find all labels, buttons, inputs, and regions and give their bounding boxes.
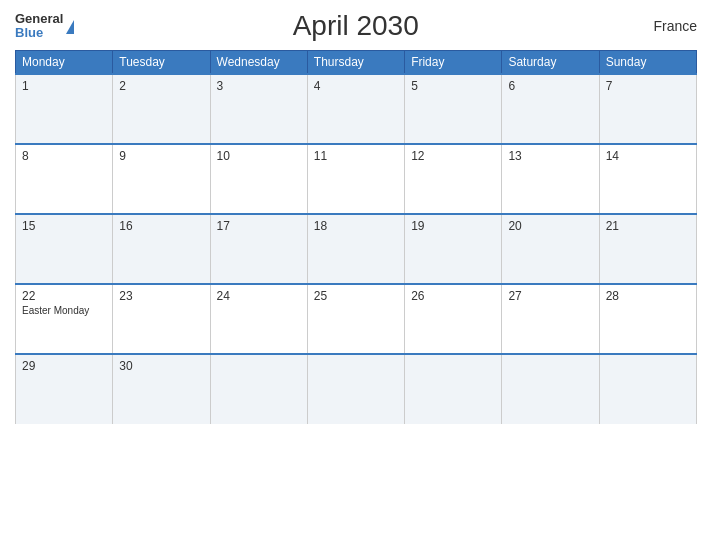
- day-number: 15: [22, 219, 106, 233]
- day-number: 3: [217, 79, 301, 93]
- calendar-header: Monday Tuesday Wednesday Thursday Friday…: [16, 51, 697, 75]
- col-wednesday: Wednesday: [210, 51, 307, 75]
- day-cell: 21: [599, 214, 696, 284]
- week-row-5: 2930: [16, 354, 697, 424]
- logo-blue-text: Blue: [15, 26, 63, 40]
- col-sunday: Sunday: [599, 51, 696, 75]
- calendar-body: 12345678910111213141516171819202122Easte…: [16, 74, 697, 424]
- week-row-4: 22Easter Monday232425262728: [16, 284, 697, 354]
- day-number: 25: [314, 289, 398, 303]
- day-cell: 30: [113, 354, 210, 424]
- day-cell: 3: [210, 74, 307, 144]
- day-cell: 11: [307, 144, 404, 214]
- day-cell: 17: [210, 214, 307, 284]
- day-number: 5: [411, 79, 495, 93]
- day-number: 27: [508, 289, 592, 303]
- day-cell: 4: [307, 74, 404, 144]
- day-cell: 6: [502, 74, 599, 144]
- days-of-week-row: Monday Tuesday Wednesday Thursday Friday…: [16, 51, 697, 75]
- day-cell: 26: [405, 284, 502, 354]
- day-number: 10: [217, 149, 301, 163]
- day-cell: 25: [307, 284, 404, 354]
- day-number: 6: [508, 79, 592, 93]
- day-number: 29: [22, 359, 106, 373]
- day-cell: 29: [16, 354, 113, 424]
- day-cell: [599, 354, 696, 424]
- day-cell: 16: [113, 214, 210, 284]
- calendar-page: General Blue April 2030 France Monday Tu…: [0, 0, 712, 550]
- day-cell: 15: [16, 214, 113, 284]
- col-monday: Monday: [16, 51, 113, 75]
- week-row-3: 15161718192021: [16, 214, 697, 284]
- calendar-title: April 2030: [74, 10, 637, 42]
- day-cell: 12: [405, 144, 502, 214]
- col-friday: Friday: [405, 51, 502, 75]
- day-cell: 28: [599, 284, 696, 354]
- day-cell: [210, 354, 307, 424]
- day-cell: 8: [16, 144, 113, 214]
- day-number: 8: [22, 149, 106, 163]
- logo-general-text: General: [15, 12, 63, 26]
- day-cell: 27: [502, 284, 599, 354]
- day-cell: [405, 354, 502, 424]
- day-number: 9: [119, 149, 203, 163]
- day-cell: 1: [16, 74, 113, 144]
- header: General Blue April 2030 France: [15, 10, 697, 42]
- day-number: 14: [606, 149, 690, 163]
- day-number: 16: [119, 219, 203, 233]
- week-row-2: 891011121314: [16, 144, 697, 214]
- day-cell: [307, 354, 404, 424]
- day-cell: 13: [502, 144, 599, 214]
- day-cell: 14: [599, 144, 696, 214]
- day-number: 26: [411, 289, 495, 303]
- week-row-1: 1234567: [16, 74, 697, 144]
- calendar-table: Monday Tuesday Wednesday Thursday Friday…: [15, 50, 697, 424]
- col-tuesday: Tuesday: [113, 51, 210, 75]
- day-number: 7: [606, 79, 690, 93]
- day-number: 28: [606, 289, 690, 303]
- day-cell: 23: [113, 284, 210, 354]
- col-thursday: Thursday: [307, 51, 404, 75]
- day-number: 1: [22, 79, 106, 93]
- day-cell: 24: [210, 284, 307, 354]
- day-cell: 2: [113, 74, 210, 144]
- day-number: 20: [508, 219, 592, 233]
- day-cell: 20: [502, 214, 599, 284]
- logo-triangle-icon: [66, 20, 74, 34]
- day-number: 19: [411, 219, 495, 233]
- day-number: 12: [411, 149, 495, 163]
- day-number: 23: [119, 289, 203, 303]
- day-number: 24: [217, 289, 301, 303]
- day-number: 13: [508, 149, 592, 163]
- day-number: 30: [119, 359, 203, 373]
- day-number: 22: [22, 289, 106, 303]
- country-label: France: [637, 18, 697, 34]
- day-cell: 7: [599, 74, 696, 144]
- day-number: 18: [314, 219, 398, 233]
- day-cell: 9: [113, 144, 210, 214]
- col-saturday: Saturday: [502, 51, 599, 75]
- day-cell: 5: [405, 74, 502, 144]
- day-number: 17: [217, 219, 301, 233]
- day-cell: 22Easter Monday: [16, 284, 113, 354]
- day-number: 11: [314, 149, 398, 163]
- logo: General Blue: [15, 12, 74, 41]
- day-cell: [502, 354, 599, 424]
- day-number: 2: [119, 79, 203, 93]
- holiday-label: Easter Monday: [22, 305, 106, 316]
- day-cell: 10: [210, 144, 307, 214]
- day-cell: 18: [307, 214, 404, 284]
- day-number: 4: [314, 79, 398, 93]
- day-number: 21: [606, 219, 690, 233]
- day-cell: 19: [405, 214, 502, 284]
